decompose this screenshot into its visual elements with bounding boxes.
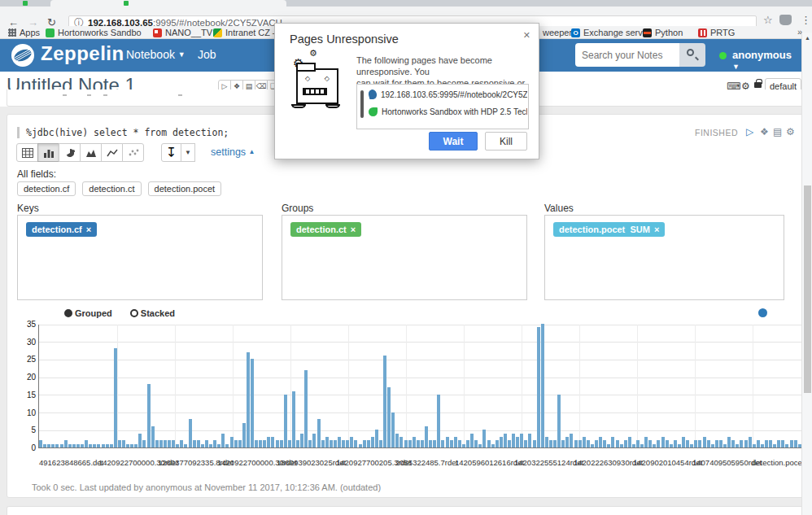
bar[interactable]: [76, 444, 80, 447]
bar[interactable]: [47, 444, 50, 447]
bar[interactable]: [330, 440, 333, 447]
bar[interactable]: [263, 440, 266, 447]
bar[interactable]: [761, 444, 764, 447]
field-chip[interactable]: detection.ct: [82, 181, 141, 196]
list-item[interactable]: Hortonworks Sandbox with HDP 2.5 Technic…: [369, 107, 527, 116]
bar[interactable]: [242, 423, 246, 447]
bar[interactable]: [611, 437, 614, 447]
scrollbar-thumb[interactable]: [804, 185, 811, 393]
remove-group-icon[interactable]: ×: [351, 225, 356, 234]
bar[interactable]: [184, 444, 187, 447]
bar[interactable]: [312, 434, 316, 447]
bar[interactable]: [404, 440, 408, 447]
bar[interactable]: [670, 444, 673, 447]
plot-area[interactable]: 05101520253035491623848665.det1420922700…: [38, 325, 810, 448]
bar[interactable]: [694, 440, 697, 447]
bar[interactable]: [674, 440, 677, 447]
bar[interactable]: [280, 440, 283, 447]
bar[interactable]: [308, 440, 312, 447]
bar[interactable]: [744, 440, 748, 447]
bar[interactable]: [777, 440, 780, 447]
bar[interactable]: [205, 440, 208, 447]
bar[interactable]: [703, 437, 706, 447]
bar[interactable]: [213, 440, 216, 447]
value-chip[interactable]: detection.pocet SUM×: [553, 222, 665, 237]
bar[interactable]: [413, 437, 416, 447]
bar[interactable]: [130, 444, 133, 447]
bar[interactable]: [454, 437, 457, 447]
bar[interactable]: [142, 440, 146, 447]
bar[interactable]: [408, 440, 412, 447]
scrollbar-up-icon[interactable]: ▲: [805, 35, 810, 41]
bar[interactable]: [591, 444, 594, 447]
bar[interactable]: [251, 359, 254, 447]
bar[interactable]: [765, 440, 768, 447]
menu-job[interactable]: Job: [198, 48, 216, 61]
bar[interactable]: [723, 444, 727, 447]
bar[interactable]: [632, 444, 635, 447]
grouped-radio[interactable]: Grouped: [64, 308, 112, 318]
bar[interactable]: [731, 440, 735, 447]
bar[interactable]: [504, 434, 507, 447]
bar[interactable]: [217, 444, 220, 447]
bar[interactable]: [640, 444, 644, 447]
bar[interactable]: [317, 419, 321, 447]
bar[interactable]: [391, 412, 395, 447]
wait-button[interactable]: Wait: [429, 132, 478, 151]
keys-dropbox[interactable]: detection.cf×: [17, 215, 263, 300]
bar[interactable]: [620, 444, 623, 447]
bar[interactable]: [60, 444, 63, 447]
bar[interactable]: [719, 440, 723, 447]
bar[interactable]: [466, 440, 469, 447]
bar[interactable]: [495, 440, 499, 447]
bar[interactable]: [176, 444, 179, 447]
bar[interactable]: [383, 356, 386, 447]
bar[interactable]: [545, 437, 548, 447]
bar[interactable]: [267, 437, 270, 447]
brand-title[interactable]: Zeppelin: [41, 42, 124, 65]
bar[interactable]: [346, 440, 349, 447]
bar[interactable]: [565, 437, 569, 447]
groups-dropbox[interactable]: detection.ct×: [282, 215, 527, 300]
bar[interactable]: [441, 440, 444, 447]
bar[interactable]: [321, 440, 325, 447]
bar[interactable]: [653, 444, 656, 447]
bar[interactable]: [487, 440, 491, 447]
bar[interactable]: [628, 437, 631, 447]
apps-shortcut[interactable]: Apps: [8, 27, 40, 38]
bar[interactable]: [433, 440, 436, 447]
bar[interactable]: [172, 440, 175, 447]
bar[interactable]: [395, 434, 399, 447]
bar[interactable]: [561, 440, 565, 447]
bar[interactable]: [354, 440, 357, 447]
group-chip[interactable]: detection.ct×: [290, 222, 361, 237]
bar[interactable]: [118, 440, 121, 447]
bar[interactable]: [470, 434, 474, 447]
bar[interactable]: [193, 440, 196, 447]
bar[interactable]: [794, 440, 797, 447]
bar[interactable]: [437, 395, 440, 447]
bar[interactable]: [151, 426, 155, 447]
bar[interactable]: [334, 440, 337, 447]
bar[interactable]: [512, 434, 515, 447]
paragraph-code[interactable]: %jdbc(hive) select * from detection;: [17, 127, 229, 138]
bar[interactable]: [155, 440, 159, 447]
bar[interactable]: [474, 440, 478, 447]
bar[interactable]: [255, 440, 258, 447]
bar[interactable]: [740, 440, 743, 447]
bar[interactable]: [624, 440, 627, 447]
kill-button[interactable]: Kill: [485, 132, 527, 151]
bar[interactable]: [595, 440, 598, 447]
bar[interactable]: [342, 440, 345, 447]
bar[interactable]: [500, 437, 503, 447]
bar[interactable]: [159, 440, 163, 447]
key-chip[interactable]: detection.cf×: [26, 222, 97, 237]
bar[interactable]: [134, 444, 138, 447]
bar[interactable]: [537, 327, 540, 447]
bar[interactable]: [785, 444, 788, 447]
bar[interactable]: [89, 444, 92, 447]
bar[interactable]: [379, 440, 382, 447]
bar[interactable]: [225, 444, 229, 447]
bar[interactable]: [727, 437, 731, 447]
bar[interactable]: [417, 440, 420, 447]
